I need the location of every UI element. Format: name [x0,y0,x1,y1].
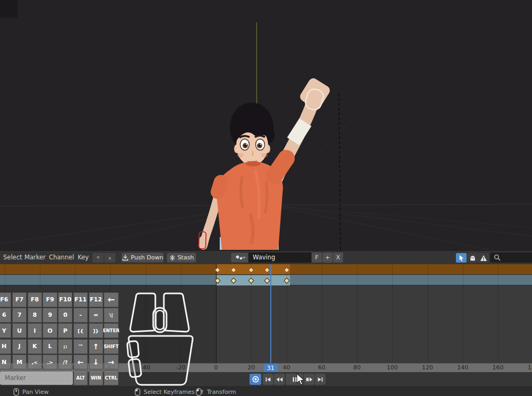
fake-user-button[interactable]: F [312,252,322,263]
timeline-tick-label: 100 [387,364,398,371]
mouse-side-button [127,341,139,358]
viewport-3d[interactable] [0,0,532,250]
menu-channel[interactable]: Channel [47,251,76,264]
status-hint-transform: Transform [196,387,236,396]
search-icon [494,254,501,261]
marker-display: Marker [0,372,73,385]
menu-marker[interactable]: Marker [22,251,48,264]
screencast-mouse-overlay [120,290,201,392]
jump-end-icon [317,376,324,383]
character-blush [237,153,244,157]
record-icon [252,375,260,383]
stash-label: Stash [178,254,194,261]
warning-button[interactable] [478,253,489,263]
grid-line [5,264,5,363]
rewind-icon [276,376,283,383]
playback-bar [0,372,532,386]
timeline-tick-label: 20 [247,364,255,371]
timeline-tick-label: -120 [0,364,11,371]
grid-line [357,264,358,363]
viewport-corner-shade [0,0,18,18]
grid-line [322,264,322,363]
grid-line [40,264,40,363]
mouse-cursor [296,373,307,386]
character-collar [246,161,261,166]
character-sleeve [218,182,221,192]
move-channel-down-button[interactable]: ▼ [93,253,104,263]
status-bar: Pan ViewSelect KeyframesTransform [0,386,532,396]
jump-start-icon [264,376,272,383]
ghost-icon [469,255,476,262]
stash-button[interactable]: Stash [167,252,196,263]
timeline-tick-label: 140 [457,364,468,371]
warning-icon [480,255,487,262]
dopesheet-region[interactable] [0,264,532,363]
new-action-button[interactable]: + [322,252,332,263]
timeline-tick-label: -100 [33,364,46,371]
character-blush [261,153,268,157]
jump-to-start-button[interactable] [263,374,273,385]
timeline-tick-label: -80 [70,364,80,371]
previous-keyframe-button[interactable] [274,374,285,385]
move-channel-up-button[interactable]: ▲ [104,253,115,263]
status-hint-pan-view: Pan View [13,387,48,396]
blender-window: SelectMarkerChannelKey ▼ ▲ Push Down Sta… [0,0,532,396]
mouse-right-button [164,293,189,332]
grid-line [75,264,76,363]
grid-line [392,264,393,363]
status-hint-label: Transform [207,389,236,395]
unlink-action-button[interactable]: X [333,252,343,263]
grid-line [428,264,428,363]
timeline-tick-label: 120 [422,364,433,371]
grid-line [498,264,498,363]
viewport-scene [0,0,532,250]
timeline-tick-label: -60 [105,364,115,371]
timeline-tick-label: 160 [493,364,504,371]
jump-to-end-button[interactable] [315,374,326,385]
menu-key[interactable]: Key [76,251,91,264]
timeline-tick-label: 80 [353,364,361,371]
character-eye-glint [246,144,247,145]
record-button[interactable] [250,374,261,385]
timeline-tick-label: 180 [528,364,532,371]
character[interactable] [198,77,331,250]
ghost-button[interactable] [467,253,478,263]
action-name-input[interactable]: Waving [248,252,311,263]
mouse-left-button [130,293,155,332]
playhead-line[interactable] [270,264,271,363]
menu-select[interactable]: Select [1,251,24,264]
action-datablock-button[interactable] [231,252,248,263]
status-hint-label: Pan View [22,389,48,395]
character-sleeve [275,158,286,175]
action-editor-header: SelectMarkerChannelKey ▼ ▲ Push Down Sta… [0,250,532,264]
timeline-tick-label: 60 [318,364,326,371]
search-input[interactable] [490,252,532,263]
filter-selected-button[interactable] [456,253,467,263]
timeline-tick-label: 0 [214,364,218,371]
grid-line [463,264,463,363]
motion-path-dashed [339,94,340,250]
character-raised-hand [298,77,332,111]
push-down-button[interactable]: Push Down [121,252,164,263]
timeline-tick-label: 40 [283,364,290,371]
grid-line [110,264,111,363]
snowflake-icon [169,255,176,261]
push-down-icon [122,254,129,261]
character-eye-glint [260,144,261,145]
push-down-label: Push Down [131,254,163,261]
action-icon [235,254,245,262]
timeline-scrubber[interactable]: 31 -120-100-80-60-40-2002040608010012014… [0,363,532,372]
cursor-arrow-icon [458,255,465,262]
mouse-middle-icon [13,388,19,396]
mouse-side-button [128,359,142,377]
current-frame-indicator[interactable]: 31 [263,364,278,373]
